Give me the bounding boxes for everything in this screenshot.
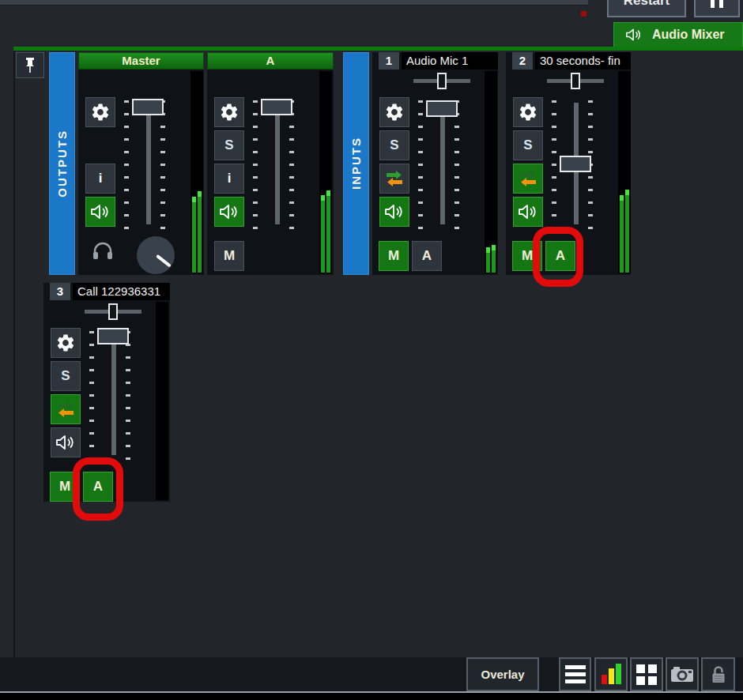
swap-arrows-icon xyxy=(518,169,538,188)
bus-a-level-meter xyxy=(319,71,332,273)
gear-icon xyxy=(384,102,405,122)
input-1-speaker-button[interactable] xyxy=(379,197,409,227)
bus-a-solo-button[interactable]: S xyxy=(214,130,244,160)
meter-bar-left xyxy=(321,195,325,273)
pin-panel-button[interactable] xyxy=(16,52,44,78)
bus-a-info-button[interactable]: i xyxy=(214,164,244,194)
restart-button[interactable]: Restart xyxy=(607,0,686,17)
bus-a-settings-button[interactable] xyxy=(214,97,244,127)
multiview-button[interactable] xyxy=(630,657,663,691)
input-2-level-meter xyxy=(618,71,631,273)
tab-audio-mixer[interactable]: Audio Mixer xyxy=(613,22,743,47)
input-1-level-meter xyxy=(485,71,497,273)
audio-meter-icon xyxy=(602,675,607,684)
master-volume-fader[interactable] xyxy=(132,99,164,115)
record-indicator-dot xyxy=(581,11,586,17)
audio-meters-button[interactable] xyxy=(594,657,628,691)
snapshot-button[interactable] xyxy=(666,657,699,691)
fader-ticks xyxy=(418,100,423,235)
input-3-title[interactable]: Call 122936331 xyxy=(73,283,170,300)
gear-icon xyxy=(219,102,239,122)
input-3-balance-slider[interactable] xyxy=(108,303,118,320)
meter-bar-right xyxy=(492,245,496,273)
inputs-section-bar: INPUTS xyxy=(343,52,369,275)
bus-a-volume-fader[interactable] xyxy=(261,99,292,115)
restart-label: Restart xyxy=(624,0,670,9)
lock-icon xyxy=(710,664,727,685)
top-toolbar-strip xyxy=(0,0,588,6)
input-3-swap-button[interactable] xyxy=(51,394,81,424)
pushpin-icon xyxy=(24,57,36,73)
input-2-volume-fader[interactable] xyxy=(560,156,591,172)
input-1-bus-a-button[interactable]: A xyxy=(412,241,442,271)
input-1-solo-button[interactable]: S xyxy=(379,130,409,160)
fader-ticks xyxy=(160,100,165,235)
outputs-section-bar: OUTPUTS xyxy=(49,52,75,275)
input-2-settings-button[interactable] xyxy=(513,97,543,127)
input-1-number: 1 xyxy=(379,52,399,70)
input-2-balance-slider[interactable] xyxy=(571,73,580,89)
fader-track xyxy=(111,333,116,455)
input-3-volume-fader[interactable] xyxy=(97,328,129,344)
meter-bar-right xyxy=(326,190,330,273)
input-2-solo-button[interactable]: S xyxy=(513,130,543,160)
fader-ticks xyxy=(89,331,94,465)
bottom-black-strip xyxy=(0,693,743,700)
swap-arrows-icon xyxy=(55,400,76,419)
input-1-balance-slider[interactable] xyxy=(437,73,447,89)
audio-mixer-tab-label: Audio Mixer xyxy=(652,28,725,42)
grid-icon xyxy=(636,664,657,685)
meter-bar-left xyxy=(486,247,490,273)
fader-track xyxy=(146,103,151,224)
outputs-label: OUTPUTS xyxy=(55,130,69,198)
headphone-volume-knob[interactable] xyxy=(137,236,175,274)
swap-arrows-icon xyxy=(384,169,405,188)
meter-bar-left xyxy=(192,197,196,273)
gear-icon xyxy=(55,333,76,353)
highlight-ring-input-3-bus-a xyxy=(73,457,123,521)
input-1-settings-button[interactable] xyxy=(379,97,409,127)
input-1-mute-button[interactable]: M xyxy=(379,241,409,271)
input-2-title[interactable]: 30 seconds- fin xyxy=(535,52,631,70)
input-3-speaker-button[interactable] xyxy=(51,427,81,457)
fader-track xyxy=(440,103,445,224)
speaker-icon xyxy=(625,27,643,43)
input-2-swap-button[interactable] xyxy=(513,164,543,194)
master-settings-button[interactable] xyxy=(85,97,115,127)
input-3-level-meter xyxy=(156,302,168,500)
master-info-button[interactable]: i xyxy=(85,164,115,194)
meter-bar-left xyxy=(620,195,624,273)
input-2-number: 2 xyxy=(512,52,533,70)
meter-bar-right xyxy=(625,190,629,273)
bus-a-title[interactable]: A xyxy=(207,52,334,70)
mixer-strip-bus-a: A S i M xyxy=(207,52,334,275)
bus-a-speaker-button[interactable] xyxy=(214,197,244,227)
input-3-settings-button[interactable] xyxy=(51,328,81,358)
fader-ticks xyxy=(454,100,459,235)
input-1-volume-fader[interactable] xyxy=(426,100,458,117)
input-3-solo-button[interactable]: S xyxy=(51,361,81,391)
master-title[interactable]: Master xyxy=(78,52,204,70)
overlay-button[interactable]: Overlay xyxy=(466,657,539,691)
knob-indicator xyxy=(156,254,172,268)
input-2-speaker-button[interactable] xyxy=(513,197,543,227)
input-1-swap-button[interactable] xyxy=(379,164,409,194)
fader-track xyxy=(275,103,280,224)
highlight-ring-input-2-bus-a xyxy=(533,227,583,287)
fader-ticks xyxy=(126,331,130,465)
menu-icon xyxy=(565,665,586,669)
master-level-meter xyxy=(190,71,203,273)
bus-a-mute-button[interactable]: M xyxy=(214,241,244,271)
gear-icon xyxy=(90,102,111,122)
fader-ticks xyxy=(124,100,129,235)
pause-icon xyxy=(711,0,715,8)
headphones-icon[interactable] xyxy=(91,241,115,262)
gear-icon xyxy=(518,102,538,122)
master-mute-button[interactable] xyxy=(85,197,115,227)
inputs-label: INPUTS xyxy=(349,137,363,190)
lock-button[interactable] xyxy=(701,657,735,691)
mixer-strip-input-1: 1 Audio Mic 1 S M A xyxy=(372,52,498,275)
pause-button[interactable] xyxy=(694,0,740,17)
input-1-title[interactable]: Audio Mic 1 xyxy=(402,52,498,70)
menu-button[interactable] xyxy=(559,657,591,691)
